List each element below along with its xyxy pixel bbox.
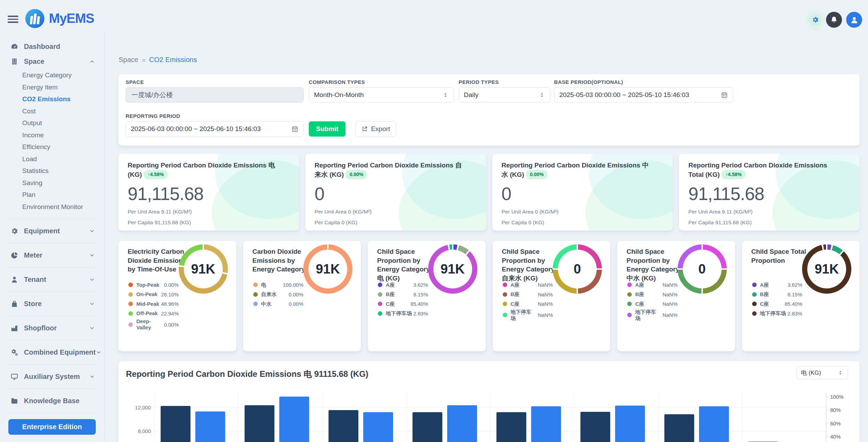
- right-axis-line: [826, 393, 826, 442]
- gridline-vertical: [238, 393, 239, 442]
- donut-chart-card: Child Space Proportion by Energy Categor…: [493, 241, 611, 351]
- sidebar-item-tenant[interactable]: Tenant: [0, 273, 104, 286]
- sidebar-item-knowledge-base[interactable]: Knowledge Base: [0, 395, 104, 407]
- legend-percent: 3.62%: [786, 282, 802, 288]
- base-period-bar: [329, 410, 358, 442]
- sidebar-item-efficiency[interactable]: Efficiency: [0, 141, 104, 153]
- sidebar-item-equipment[interactable]: Equipment: [0, 225, 104, 237]
- sidebar-item-environment-monitor[interactable]: Environment Monitor: [0, 201, 104, 213]
- legend-item[interactable]: Off-Peak22.94%: [128, 309, 179, 319]
- legend-item[interactable]: B座8.15%: [752, 290, 802, 300]
- chevron-up-icon: [89, 59, 95, 64]
- sidebar-item-plan[interactable]: Plan: [0, 189, 104, 201]
- legend-item[interactable]: 电100.00%: [253, 280, 304, 290]
- legend-item[interactable]: On-Peak28.10%: [128, 290, 179, 300]
- donut-cards-row: Electricity Carbon Dioxide Emissions by …: [118, 241, 860, 351]
- user-avatar[interactable]: [846, 12, 862, 28]
- gauge-icon: [10, 43, 19, 51]
- legend-item[interactable]: A座3.62%: [378, 280, 428, 290]
- sidebar-item-energy-category[interactable]: Energy Category: [0, 69, 104, 81]
- monitor-icon: [10, 373, 19, 381]
- sidebar-item-income[interactable]: Income: [0, 129, 104, 141]
- donut-chart-card: Child Space Total ProportionA座3.62%B座8.1…: [742, 241, 860, 351]
- reporting-period-input[interactable]: 2025-06-03 00:00:00 ~ 2025-06-10 15:46:0…: [126, 121, 304, 137]
- period-types-select[interactable]: Daily: [459, 87, 550, 103]
- legend-dot: [253, 302, 258, 306]
- legend-label: 中水: [261, 301, 287, 307]
- legend-item[interactable]: A座NaN%: [503, 280, 553, 290]
- submit-button[interactable]: Submit: [309, 121, 346, 137]
- legend-item[interactable]: Deep-Valley0.00%: [128, 318, 179, 331]
- legend-item[interactable]: Mid-Peak48.96%: [128, 299, 179, 309]
- sidebar-item-output[interactable]: Output: [0, 117, 104, 129]
- right-axis-tick: [826, 436, 828, 437]
- legend-percent: NaN%: [536, 292, 553, 297]
- enterprise-edition-button[interactable]: Enterprise Edition: [8, 419, 96, 435]
- sidebar-item-cost[interactable]: Cost: [0, 105, 104, 118]
- sidebar-item-meter[interactable]: Meter: [0, 249, 104, 262]
- sidebar-item-store[interactable]: Store: [0, 297, 104, 310]
- legend-label: B座: [511, 291, 537, 297]
- gridline-vertical: [490, 393, 491, 442]
- export-button[interactable]: Export: [355, 121, 396, 137]
- legend-item[interactable]: B座NaN%: [627, 290, 678, 300]
- donut-legend: A座NaN%B座NaN%C座NaN%地下停车场NaN%: [503, 280, 553, 321]
- legend-dot: [128, 283, 133, 287]
- legend-item[interactable]: C座NaN%: [627, 299, 678, 309]
- legend-percent: 2.83%: [786, 311, 802, 317]
- donut-center-value: 91K: [179, 244, 228, 294]
- legend-item[interactable]: C座85.40%: [752, 299, 802, 309]
- legend-dot: [752, 302, 757, 306]
- legend-item[interactable]: C座NaN%: [503, 299, 553, 309]
- bag-icon: [10, 300, 19, 308]
- legend-item[interactable]: 自来水0.00%: [253, 290, 304, 300]
- sidebar-item-auxiliary-system[interactable]: Auxiliary System: [0, 370, 104, 383]
- donut-chart-card: Child Space Proportion by Energy Categor…: [368, 241, 486, 351]
- legend-label: C座: [635, 301, 661, 307]
- sidebar-item-load[interactable]: Load: [0, 153, 104, 165]
- sidebar-item-statistics[interactable]: Statistics: [0, 165, 104, 177]
- legend-item[interactable]: B座NaN%: [503, 290, 553, 300]
- breadcrumb-parent[interactable]: Space: [119, 56, 138, 63]
- space-input[interactable]: [126, 87, 304, 103]
- stat-card-value: 0: [315, 183, 477, 204]
- base-period-input[interactable]: 2025-05-03 00:00:00 ~ 2025-05-10 15:46:0…: [554, 87, 733, 103]
- updown-arrows-icon: [442, 92, 449, 98]
- sidebar-item-combined-equipment[interactable]: Combined Equipment: [0, 346, 104, 359]
- legend-item[interactable]: 地下停车场NaN%: [627, 309, 678, 321]
- legend-item[interactable]: Top-Peak0.00%: [128, 280, 179, 290]
- notifications-bell-icon[interactable]: [826, 12, 842, 28]
- settings-gear-icon[interactable]: [809, 13, 822, 26]
- sidebar-item-space[interactable]: Space: [0, 55, 104, 68]
- legend-percent: 3.62%: [412, 282, 428, 288]
- menu-toggle-icon[interactable]: [8, 16, 18, 25]
- legend-item[interactable]: 地下停车场2.83%: [378, 309, 428, 319]
- legend-item[interactable]: A座NaN%: [627, 280, 678, 290]
- legend-item[interactable]: A座3.62%: [752, 280, 802, 290]
- export-icon: [361, 126, 368, 132]
- comparison-types-select[interactable]: Month-On-Month: [309, 87, 454, 103]
- sidebar-item-shopfloor[interactable]: Shopfloor: [0, 322, 104, 335]
- legend-label: C座: [760, 301, 783, 307]
- building-icon: [10, 58, 19, 66]
- legend-item[interactable]: C座85.40%: [378, 299, 428, 309]
- legend-dot: [627, 313, 632, 317]
- legend-label: 地下停车场: [760, 310, 786, 317]
- legend-percent: 0.00%: [162, 282, 179, 288]
- gear-icon: [10, 227, 19, 235]
- legend-item[interactable]: 地下停车场2.83%: [752, 309, 802, 319]
- stat-card: Reporting Period Carbon Dioxide Emission…: [118, 154, 299, 231]
- legend-label: A座: [635, 282, 661, 288]
- legend-item[interactable]: 地下停车场NaN%: [503, 309, 553, 321]
- legend-item[interactable]: B座8.15%: [378, 290, 428, 300]
- sidebar-item-saving[interactable]: Saving: [0, 177, 104, 189]
- sidebar-item-energy-item[interactable]: Energy Item: [0, 81, 104, 94]
- breadcrumb-current[interactable]: CO2 Emissions: [149, 56, 197, 63]
- sidebar-item-dashboard[interactable]: Dashboard: [0, 40, 104, 53]
- chevron-down-icon: [89, 301, 95, 307]
- legend-dot: [752, 283, 757, 287]
- legend-item[interactable]: 中水0.00%: [253, 299, 304, 309]
- stat-card: Reporting Period Carbon Dioxide Emission…: [492, 154, 673, 231]
- app-logo[interactable]: MyEMS: [25, 9, 94, 28]
- sidebar-item-co2-emissions[interactable]: CO2 Emissions: [0, 93, 104, 105]
